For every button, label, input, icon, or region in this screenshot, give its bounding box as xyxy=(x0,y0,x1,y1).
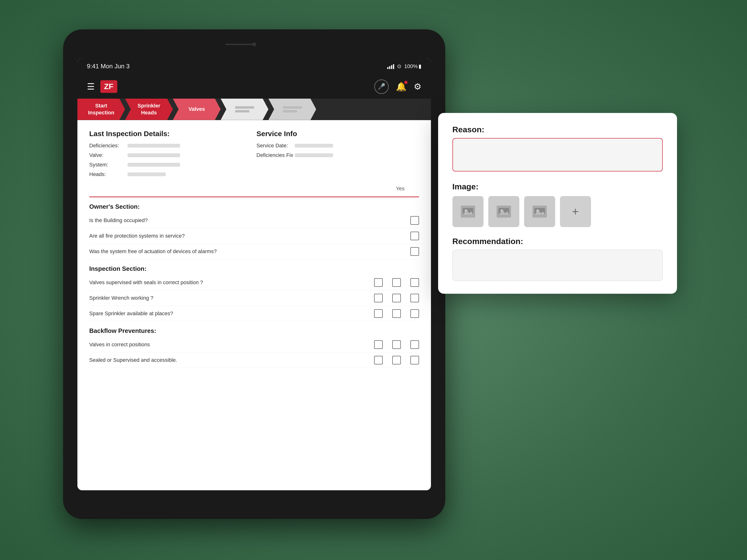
checkbox-actuation[interactable] xyxy=(410,247,419,256)
deficiencies-fix-label: Deficiencies Fix xyxy=(257,152,295,158)
checkbox-spare-sprinkler-2[interactable] xyxy=(392,309,401,318)
checkbox-valves-positions-1[interactable] xyxy=(374,340,383,349)
info-columns: Last Inspection Details: Deficiencies: V… xyxy=(89,130,419,181)
question-valves-seals-label: Valves supervised with seals in correct … xyxy=(89,279,374,286)
checkbox-spare-sprinkler-group xyxy=(374,309,419,318)
reason-label: Reason: xyxy=(453,125,663,134)
last-inspection-section: Last Inspection Details: Deficiencies: V… xyxy=(89,130,252,181)
reason-input[interactable] xyxy=(453,138,663,171)
checkbox-fire-systems[interactable] xyxy=(410,232,419,240)
owners-title: Owner's Section: xyxy=(89,203,419,210)
checkbox-sprinkler-wrench-2[interactable] xyxy=(392,294,401,302)
checkbox-building-occupied[interactable] xyxy=(410,216,419,225)
question-actuation: Was the system free of actuation of devi… xyxy=(89,244,419,259)
step-sprinkler-label: SprinklerHeads xyxy=(137,103,160,116)
step-valves[interactable]: Valves xyxy=(173,99,221,120)
plus-icon: + xyxy=(572,205,578,218)
deficiencies-value xyxy=(128,144,180,148)
deficiencies-fix-value xyxy=(295,153,333,157)
signal-icon xyxy=(387,64,394,69)
question-sealed-supervised: Sealed or Supervised and accessible. xyxy=(89,352,419,368)
settings-button[interactable]: ⚙ xyxy=(414,82,421,92)
checkbox-spare-sprinkler-3[interactable] xyxy=(410,309,419,318)
checkbox-valves-positions-3[interactable] xyxy=(410,340,419,349)
wifi-icon: ⊙ xyxy=(397,63,401,70)
valve-value xyxy=(128,153,180,157)
step-valves-label: Valves xyxy=(188,106,205,113)
service-date-value xyxy=(295,144,333,148)
checkbox-valves-seals-2[interactable] xyxy=(392,278,401,287)
nav-left: ☰ ZF xyxy=(87,80,117,93)
service-date-row: Service Date: xyxy=(257,142,419,149)
owners-section: Owner's Section: Is the Building occupie… xyxy=(89,203,419,259)
service-date-label: Service Date: xyxy=(257,142,295,149)
deficiencies-fix-row: Deficiencies Fix xyxy=(257,152,419,158)
question-fire-systems-label: Are all fire protection systems in servi… xyxy=(89,233,410,239)
nav-right: 🎤 🔔 ⚙ xyxy=(374,80,421,94)
yes-indicator: Yes xyxy=(396,186,405,192)
last-inspection-title: Last Inspection Details: xyxy=(89,130,252,138)
question-valves-positions: Valves in correct positions xyxy=(89,337,419,352)
nav-bar: ☰ ZF 🎤 🔔 ⚙ xyxy=(77,75,431,99)
section-divider xyxy=(89,196,419,197)
content-area: Last Inspection Details: Deficiencies: V… xyxy=(77,120,431,490)
step-start[interactable]: StartInspection xyxy=(77,99,125,120)
hamburger-icon[interactable]: ☰ xyxy=(87,82,95,92)
step-start-label: StartInspection xyxy=(88,103,114,116)
step-5-placeholder xyxy=(283,106,302,112)
question-valves-positions-label: Valves in correct positions xyxy=(89,342,374,348)
image-thumbs: + xyxy=(453,196,663,227)
mic-button[interactable]: 🎤 xyxy=(374,80,389,94)
checkbox-valves-positions-group xyxy=(374,340,419,349)
system-value xyxy=(128,163,180,167)
question-sprinkler-wrench: Sprinkler Wrench working ? xyxy=(89,290,419,306)
image-thumb-3[interactable] xyxy=(524,196,555,227)
add-image-button[interactable]: + xyxy=(560,196,591,227)
question-sprinkler-wrench-label: Sprinkler Wrench working ? xyxy=(89,295,374,301)
modal-card: Reason: Image: xyxy=(438,113,677,294)
image-thumb-1[interactable] xyxy=(453,196,484,227)
status-time: 9:41 Mon Jun 3 xyxy=(87,62,130,70)
inspection-section: Inspection Section: Valves supervised wi… xyxy=(89,265,419,321)
checkbox-sprinkler-wrench-1[interactable] xyxy=(374,294,383,302)
step-4[interactable] xyxy=(221,99,268,120)
image-placeholder-icon-1 xyxy=(461,206,475,217)
step-5[interactable] xyxy=(268,99,316,120)
heads-value xyxy=(128,172,166,176)
checkbox-sealed-supervised-1[interactable] xyxy=(374,356,383,365)
checkbox-sealed-supervised-group xyxy=(374,356,419,365)
battery-icon: 100% ▮ xyxy=(404,63,421,70)
deficiencies-label: Deficiencies: xyxy=(89,142,128,149)
checkbox-sprinkler-wrench-3[interactable] xyxy=(410,294,419,302)
inspection-title: Inspection Section: xyxy=(89,265,419,272)
notification-badge xyxy=(404,81,408,84)
valve-row: Valve: xyxy=(89,152,252,158)
checkbox-sealed-supervised-3[interactable] xyxy=(410,356,419,365)
question-sealed-supervised-label: Sealed or Supervised and accessible. xyxy=(89,357,374,363)
question-building-occupied-label: Is the Building occupied? xyxy=(89,217,410,223)
image-thumb-2[interactable] xyxy=(488,196,519,227)
image-label: Image: xyxy=(453,182,663,191)
checkbox-sealed-supervised-2[interactable] xyxy=(392,356,401,365)
step-sprinkler[interactable]: SprinklerHeads xyxy=(125,99,173,120)
question-spare-sprinkler: Spare Sprinkler available at places? xyxy=(89,306,419,321)
checkbox-valves-seals-1[interactable] xyxy=(374,278,383,287)
backflow-title: Backflow Preventures: xyxy=(89,327,419,335)
notifications-button[interactable]: 🔔 xyxy=(396,82,407,92)
service-info-title: Service Info xyxy=(257,130,419,138)
recommendation-input[interactable] xyxy=(453,250,663,281)
valve-label: Valve: xyxy=(89,152,128,158)
question-spare-sprinkler-label: Spare Sprinkler available at places? xyxy=(89,311,374,317)
status-icons: ⊙ 100% ▮ xyxy=(387,63,421,70)
checkbox-sprinkler-wrench-group xyxy=(374,294,419,302)
checkbox-valves-seals-3[interactable] xyxy=(410,278,419,287)
checkbox-spare-sprinkler-1[interactable] xyxy=(374,309,383,318)
backflow-section: Backflow Preventures: Valves in correct … xyxy=(89,327,419,368)
ipad-device: 9:41 Mon Jun 3 ⊙ 100% ▮ xyxy=(63,29,445,519)
image-placeholder-icon-2 xyxy=(497,206,511,217)
checkbox-valves-positions-2[interactable] xyxy=(392,340,401,349)
app-logo: ZF xyxy=(100,80,117,93)
system-row: System: xyxy=(89,162,252,168)
checkbox-valves-seals-group xyxy=(374,278,419,287)
question-actuation-label: Was the system free of actuation of devi… xyxy=(89,248,410,255)
